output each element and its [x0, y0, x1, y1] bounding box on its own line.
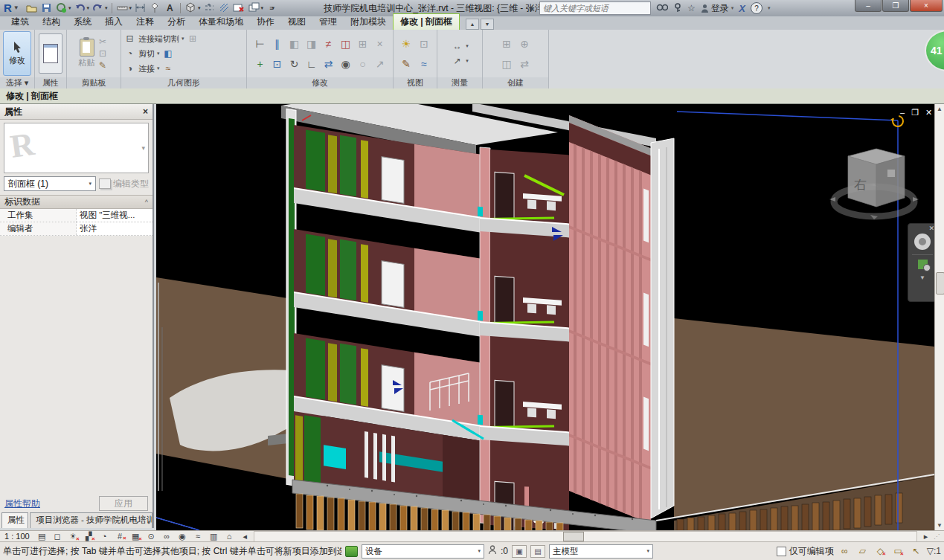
- join-geometry-button[interactable]: ◑连接▾≈: [123, 62, 175, 75]
- ribbon-collapse-button[interactable]: ▲: [466, 19, 479, 30]
- application-menu-button[interactable]: R▼: [1, 0, 23, 16]
- select-elements-by-face-icon[interactable]: ▭×: [891, 546, 905, 556]
- exchange-apps-icon[interactable]: X: [739, 3, 745, 14]
- unpin-icon[interactable]: ○: [354, 54, 371, 74]
- view-scale-button[interactable]: 1 : 100: [0, 532, 34, 541]
- view-restore-icon[interactable]: ❐: [911, 108, 919, 118]
- tab-addins[interactable]: 附加模块: [344, 14, 393, 30]
- measure-icon[interactable]: [116, 1, 129, 14]
- geometry-extra-icon-1[interactable]: ⊞: [187, 33, 199, 45]
- worksets-icon[interactable]: [345, 546, 358, 557]
- hide-element-icon[interactable]: ☀: [397, 33, 415, 54]
- navbar-dropdown-icon[interactable]: ▼: [919, 274, 925, 281]
- temporary-hide-isolate-icon[interactable]: ∞: [159, 532, 175, 541]
- cut-profile-icon[interactable]: ⊡: [415, 33, 433, 54]
- tab-systems[interactable]: 系统: [67, 14, 98, 30]
- properties-close-icon[interactable]: ×: [143, 106, 148, 117]
- measure-button[interactable]: ↔▾: [451, 39, 469, 53]
- tab-properties-palette[interactable]: 属性: [1, 512, 28, 528]
- rendering-dialog-icon[interactable]: ◔: [97, 532, 112, 541]
- displace-elements-icon[interactable]: ≈: [415, 54, 433, 74]
- tab-manage[interactable]: 管理: [312, 14, 344, 30]
- paste-button[interactable]: 粘贴: [79, 39, 95, 68]
- create-group-icon[interactable]: ⊞: [498, 33, 516, 54]
- align-icon[interactable]: ⊢: [251, 33, 269, 54]
- open-icon[interactable]: [25, 1, 38, 14]
- scroll-right-icon[interactable]: ▸: [918, 532, 934, 541]
- panel-select-label[interactable]: 选择 ▾: [0, 77, 34, 88]
- selection-filter-icon[interactable]: ▽:1: [927, 546, 941, 556]
- type-selector[interactable]: 剖面框 (1) ▾: [4, 176, 96, 191]
- match-type-icon[interactable]: ✎: [97, 59, 109, 71]
- steering-wheel-icon[interactable]: [914, 234, 931, 250]
- view-minimize-icon[interactable]: –: [900, 108, 905, 118]
- editable-only-checkbox[interactable]: [777, 547, 786, 556]
- visual-style-icon[interactable]: ◻: [50, 532, 65, 541]
- favorites-star-icon[interactable]: ☆: [687, 4, 696, 13]
- horizontal-scroll-thumb[interactable]: [563, 532, 584, 541]
- tab-analyze[interactable]: 分析: [161, 14, 192, 30]
- shadows-icon[interactable]: ▞×: [81, 532, 97, 541]
- geometry-extra-icon-3[interactable]: ≈: [162, 62, 175, 74]
- split-element-icon[interactable]: ≠: [320, 33, 337, 54]
- tab-architecture[interactable]: 建筑: [4, 14, 36, 30]
- redo-icon[interactable]: [91, 1, 104, 14]
- measure-dropdown[interactable]: ▾: [129, 5, 132, 11]
- crop-view-icon[interactable]: #×: [112, 532, 128, 541]
- properties-button[interactable]: [39, 33, 62, 74]
- model-3d-view[interactable]: 右: [156, 104, 934, 530]
- minimize-button[interactable]: –: [855, 0, 882, 12]
- tab-massing-site[interactable]: 体量和场地: [192, 14, 250, 30]
- linework-icon[interactable]: ✎: [397, 54, 415, 74]
- drawing-area[interactable]: 右 – ❐ ✕ ✕ ▼: [156, 104, 934, 530]
- create-assembly-icon[interactable]: ⇄: [516, 54, 533, 74]
- resize-grip[interactable]: ⋰: [934, 533, 944, 540]
- redo-dropdown[interactable]: ▾: [105, 5, 108, 11]
- type-preview[interactable]: R ▾: [4, 123, 149, 173]
- sync-dropdown[interactable]: ▾: [68, 5, 71, 11]
- select-links-icon[interactable]: ∞: [838, 546, 852, 556]
- search-input[interactable]: [539, 1, 651, 15]
- ribbon-collapse-dropdown[interactable]: ▼: [481, 19, 494, 30]
- tab-structure[interactable]: 结构: [36, 14, 67, 30]
- thin-lines-icon[interactable]: [218, 1, 231, 14]
- property-row-edited-by[interactable]: 编辑者 张洋: [0, 222, 152, 236]
- rotate-icon[interactable]: ↻: [286, 54, 303, 74]
- edit-type-button[interactable]: 编辑类型: [99, 178, 149, 190]
- tab-project-browser[interactable]: 项目浏览器 - 技师学院机电培训...: [30, 512, 152, 528]
- vertical-scroll-thumb[interactable]: [936, 272, 944, 295]
- modify-button[interactable]: 修改: [3, 31, 31, 76]
- trim-extend-corner-icon[interactable]: ∟: [303, 54, 320, 74]
- lock-3d-view-icon[interactable]: ⊙: [144, 532, 159, 541]
- scroll-left-icon[interactable]: ◂: [237, 532, 253, 541]
- help-icon[interactable]: ?: [751, 2, 762, 14]
- save-icon[interactable]: [40, 1, 53, 14]
- delete-icon[interactable]: ×: [371, 33, 388, 54]
- navigation-bar[interactable]: ✕ ▼: [908, 223, 934, 302]
- active-workset-select[interactable]: 设备▾: [362, 544, 484, 559]
- properties-help-link[interactable]: 属性帮助: [4, 498, 40, 510]
- create-similar-icon[interactable]: ⊕: [516, 33, 533, 54]
- tab-collaborate[interactable]: 协作: [250, 14, 281, 30]
- worksharing-display-icon[interactable]: ≈: [190, 532, 206, 541]
- sign-in-label[interactable]: 登录: [711, 2, 729, 15]
- temporary-view-properties-icon[interactable]: ▥: [206, 532, 222, 541]
- type-preview-dropdown[interactable]: ▾: [141, 144, 145, 152]
- switch-windows-dropdown[interactable]: ▾: [261, 5, 264, 11]
- editing-requests-icon[interactable]: [488, 545, 497, 557]
- sync-with-central-icon[interactable]: [55, 1, 68, 14]
- close-hidden-windows-icon[interactable]: [233, 1, 245, 14]
- geometry-extra-icon-2[interactable]: ◧: [162, 48, 175, 59]
- undo-icon[interactable]: [74, 1, 86, 14]
- detail-level-icon[interactable]: ▤: [34, 532, 50, 541]
- undo-dropdown[interactable]: ▾: [87, 5, 90, 11]
- horizontal-scrollbar[interactable]: [254, 531, 917, 542]
- drag-elements-on-selection-icon[interactable]: ↖: [909, 546, 923, 556]
- move-icon[interactable]: +: [251, 54, 269, 74]
- reveal-hidden-elements-icon[interactable]: ◉: [175, 532, 190, 541]
- customize-qat-icon[interactable]: ≡▾: [266, 1, 278, 14]
- split-with-gap-icon[interactable]: ◫: [337, 33, 354, 54]
- pin-icon[interactable]: ◉: [337, 54, 354, 74]
- section-icon[interactable]: [203, 1, 216, 14]
- tab-view[interactable]: 视图: [281, 14, 312, 30]
